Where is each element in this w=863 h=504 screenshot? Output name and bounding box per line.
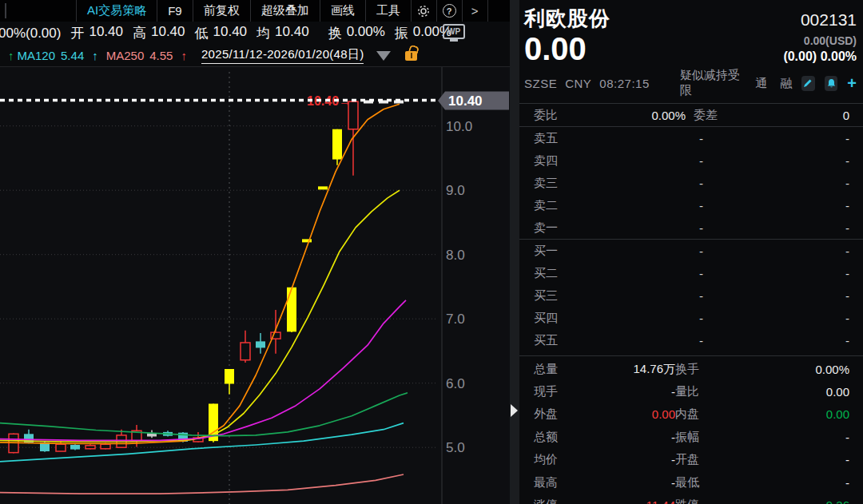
stat-row: 总量 14.76万 换手 0.00% — [519, 358, 863, 380]
help-icon[interactable]: ? — [437, 0, 463, 22]
chevron-right-icon[interactable]: > — [463, 0, 488, 22]
ma120-legend: MA1205.44 — [18, 49, 85, 62]
level-volume: - — [703, 221, 849, 235]
currency-label: CNY — [565, 77, 591, 90]
chevron-down-icon[interactable] — [376, 51, 391, 61]
stat-value: 11.44 — [591, 498, 675, 504]
ask-row[interactable]: 卖五 - - — [519, 127, 863, 149]
level-volume: - — [703, 289, 849, 303]
ask-levels: 卖五 - -卖四 - -卖三 - -卖二 - -卖一 - - — [519, 127, 863, 239]
stat-value: 0.00 — [744, 407, 849, 421]
alert-bell-icon[interactable] — [825, 76, 838, 91]
holder-reduction-notice: 疑似减持受限 — [680, 68, 742, 98]
stat-value: 0.00 — [591, 407, 675, 421]
stat-row: 均价 - 开盘 - — [519, 449, 863, 471]
stat-row: 现手 - 量比 0.00 — [519, 380, 863, 403]
toolbar-ai-strategy-button[interactable]: AI交易策略 — [77, 0, 157, 22]
bid-row[interactable]: 买五 - - — [519, 329, 863, 351]
level-price: - — [591, 289, 703, 303]
weibi-value: 0.00% — [591, 109, 686, 122]
svg-text:6.0: 6.0 — [446, 376, 465, 391]
collapse-panel-arrow-icon[interactable] — [511, 404, 518, 417]
pane-splitter[interactable] — [510, 0, 519, 504]
toolbar-draw-line-button[interactable]: 画线 — [320, 0, 366, 22]
last-price: 0.00 — [524, 31, 587, 66]
stat-row: 最高 - 最低 - — [519, 471, 863, 494]
stats-block: 总量 14.76万 换手 0.00%现手 - 量比 0.00外盘 0.00 内盘… — [519, 355, 863, 504]
unlock-icon[interactable] — [405, 51, 417, 61]
stock-name: 利欧股份 — [524, 5, 610, 33]
stat-row: 涨停 11.44 跌停 9.36 — [519, 494, 863, 504]
bid-levels: 买一 - -买二 - -买三 - -买四 - -买五 - - — [519, 240, 863, 351]
stat-value: - — [744, 453, 849, 466]
gear-icon[interactable] — [412, 0, 437, 22]
stat-value: 0.00 — [744, 385, 849, 399]
level-volume: - — [703, 312, 849, 325]
level-price: - — [591, 154, 703, 168]
stat-value: 14.76万 — [591, 362, 675, 377]
price-change: (0.00) 0.00% — [783, 49, 857, 65]
level-volume: - — [703, 154, 849, 168]
trading-app: AI交易策略 F9 前复权 超级叠加 画线 工具 ? > 00%(0.00) 开… — [0, 0, 863, 504]
stat-value: - — [744, 431, 849, 444]
stat-row: 总额 - 振幅 - — [519, 426, 863, 448]
quote-panel: 利欧股份 002131 0.00 0.00(USD) (0.00) 0.00% … — [519, 0, 863, 504]
low-field: 低10.40 — [195, 24, 248, 42]
stock-code: 002131 — [801, 10, 857, 30]
ma-trend-up-icon: ↑ — [181, 49, 187, 62]
toolbar-forward-adjust-button[interactable]: 前复权 — [193, 0, 251, 22]
chart-toolbar: AI交易策略 F9 前复权 超级叠加 画线 工具 ? > — [0, 0, 510, 22]
level-price: - — [591, 199, 703, 212]
level-volume: - — [703, 199, 849, 212]
turnover-field: 换0.00% — [328, 24, 385, 42]
ma-trend-up-icon: ↑ — [92, 49, 98, 62]
svg-text:10.0: 10.0 — [446, 119, 472, 134]
usd-price: 0.00(USD) — [783, 33, 857, 49]
open-field: 开10.40 — [70, 24, 123, 42]
quote-time: 08:27:15 — [599, 77, 649, 90]
wp-monitor-icon[interactable]: WP — [443, 24, 465, 39]
quote-summary-bar: 00%(0.00) 开10.40 高10.40 低10.40 均10.40 换0… — [0, 22, 510, 45]
toolbar-divider — [5, 3, 6, 18]
bid-row[interactable]: 买三 - - — [519, 284, 863, 307]
ma-legend-bar: ↑ MA1205.44 ↑ MA2504.55 ↑ 2025/11/12-202… — [0, 45, 510, 67]
toolbar-tools-button[interactable]: 工具 — [366, 0, 412, 22]
toolbar-f9-button[interactable]: F9 — [157, 0, 193, 22]
date-range-selector[interactable]: 2025/11/12-2026/01/20(48日) — [201, 47, 364, 64]
svg-text:5.0: 5.0 — [446, 440, 465, 455]
ask-row[interactable]: 卖二 - - — [519, 194, 863, 216]
add-to-watchlist-icon[interactable]: + — [847, 76, 857, 91]
avg-field: 均10.40 — [257, 24, 309, 42]
weicha-value: 0 — [750, 109, 849, 122]
level-price: - — [591, 221, 703, 235]
svg-text:8.0: 8.0 — [446, 248, 465, 263]
level-volume: - — [703, 177, 849, 190]
stat-value: 9.36 — [744, 498, 849, 504]
ask-row[interactable]: 卖一 - - — [519, 216, 863, 239]
ask-row[interactable]: 卖三 - - — [519, 172, 863, 194]
level-volume: - — [703, 267, 849, 280]
svg-text:7.0: 7.0 — [446, 312, 465, 327]
level-volume: - — [703, 132, 849, 145]
weibi-row: 委比 0.00% 委差 0 — [519, 104, 863, 126]
ma250-legend: MA2504.55 — [106, 49, 173, 62]
level-price: - — [591, 267, 703, 280]
ask-row[interactable]: 卖四 - - — [519, 149, 863, 172]
stat-value: 0.00% — [744, 363, 849, 376]
bid-row[interactable]: 买四 - - — [519, 307, 863, 329]
bid-row[interactable]: 买一 - - — [519, 240, 863, 262]
bid-row[interactable]: 买二 - - — [519, 262, 863, 284]
stat-value: - — [744, 476, 849, 490]
toolbar-super-overlay-button[interactable]: 超级叠加 — [251, 0, 320, 22]
change-percent-text: 00%(0.00) — [0, 26, 61, 42]
candlestick-chart[interactable]: 10.09.08.07.06.05.010.40→10.40 — [0, 67, 510, 504]
stat-value: - — [591, 385, 675, 399]
edit-pencil-icon[interactable] — [801, 76, 815, 91]
stat-value: - — [591, 476, 675, 490]
level-price: - — [591, 312, 703, 325]
svg-text:9.0: 9.0 — [446, 183, 465, 198]
exchange-label: SZSE — [524, 77, 557, 90]
chart-pane: AI交易策略 F9 前复权 超级叠加 画线 工具 ? > 00%(0.00) 开… — [0, 0, 510, 504]
level-price: - — [591, 132, 703, 145]
level-volume: - — [703, 334, 849, 347]
